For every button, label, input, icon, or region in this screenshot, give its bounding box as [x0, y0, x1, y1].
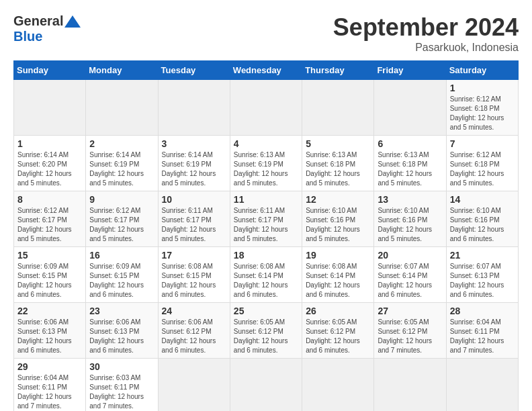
calendar-cell: 15Sunrise: 6:09 AMSunset: 6:15 PMDayligh…: [14, 247, 86, 303]
calendar-cell: [374, 359, 446, 412]
calendar-cell: 3Sunrise: 6:14 AMSunset: 6:19 PMDaylight…: [158, 136, 230, 191]
day-number: 22: [17, 306, 82, 316]
day-number: 14: [450, 194, 515, 205]
day-info: Sunrise: 6:06 AMSunset: 6:13 PMDaylight:…: [89, 318, 154, 355]
day-info: Sunrise: 6:04 AMSunset: 6:11 PMDaylight:…: [17, 373, 82, 411]
calendar-cell: [446, 359, 518, 412]
calendar-table: SundayMondayTuesdayWednesdayThursdayFrid…: [13, 60, 519, 411]
calendar-week-1: 1Sunrise: 6:14 AMSunset: 6:20 PMDaylight…: [14, 136, 519, 191]
day-number: 5: [306, 138, 370, 149]
header-tuesday: Tuesday: [158, 61, 230, 80]
day-number: 30: [89, 361, 154, 372]
month-title: September 2024: [333, 13, 519, 42]
calendar-cell: 12Sunrise: 6:10 AMSunset: 6:16 PMDayligh…: [302, 191, 374, 247]
svg-marker-0: [64, 15, 81, 28]
day-number: 7: [450, 138, 515, 149]
day-number: 2: [89, 138, 154, 149]
calendar-cell: 17Sunrise: 6:08 AMSunset: 6:15 PMDayligh…: [158, 247, 230, 303]
day-info: Sunrise: 6:13 AMSunset: 6:18 PMDaylight:…: [306, 150, 370, 188]
calendar-week-4: 22Sunrise: 6:06 AMSunset: 6:13 PMDayligh…: [14, 303, 519, 359]
logo-icon: [64, 15, 81, 28]
calendar-cell: 1Sunrise: 6:12 AMSunset: 6:18 PMDaylight…: [446, 80, 518, 136]
day-info: Sunrise: 6:12 AMSunset: 6:17 PMDaylight:…: [89, 206, 154, 244]
day-info: Sunrise: 6:04 AMSunset: 6:11 PMDaylight:…: [450, 318, 515, 355]
day-number: 27: [378, 306, 442, 316]
calendar-cell: 9Sunrise: 6:12 AMSunset: 6:17 PMDaylight…: [86, 191, 158, 247]
calendar-cell: [374, 80, 446, 136]
day-info: Sunrise: 6:03 AMSunset: 6:11 PMDaylight:…: [89, 373, 154, 411]
day-info: Sunrise: 6:07 AMSunset: 6:14 PMDaylight:…: [378, 262, 442, 300]
calendar-header-row: SundayMondayTuesdayWednesdayThursdayFrid…: [14, 61, 519, 80]
day-info: Sunrise: 6:12 AMSunset: 6:18 PMDaylight:…: [450, 95, 515, 132]
day-number: 18: [234, 250, 298, 261]
calendar-cell: 14Sunrise: 6:10 AMSunset: 6:16 PMDayligh…: [446, 191, 518, 247]
day-info: Sunrise: 6:11 AMSunset: 6:17 PMDaylight:…: [234, 206, 298, 244]
calendar-cell: 24Sunrise: 6:06 AMSunset: 6:12 PMDayligh…: [158, 303, 230, 359]
day-number: 15: [17, 250, 82, 261]
day-number: 8: [17, 194, 82, 205]
day-number: 13: [378, 194, 442, 205]
day-info: Sunrise: 6:12 AMSunset: 6:17 PMDaylight:…: [17, 206, 82, 244]
day-info: Sunrise: 6:10 AMSunset: 6:16 PMDaylight:…: [378, 206, 442, 244]
calendar-cell: 5Sunrise: 6:13 AMSunset: 6:18 PMDaylight…: [302, 136, 374, 191]
day-info: Sunrise: 6:13 AMSunset: 6:19 PMDaylight:…: [234, 150, 298, 188]
logo-general-text: General: [13, 13, 63, 29]
calendar-cell: [158, 80, 230, 136]
day-info: Sunrise: 6:07 AMSunset: 6:13 PMDaylight:…: [450, 262, 515, 300]
calendar-cell: [158, 359, 230, 412]
day-info: Sunrise: 6:08 AMSunset: 6:15 PMDaylight:…: [162, 262, 226, 300]
calendar-cell: 21Sunrise: 6:07 AMSunset: 6:13 PMDayligh…: [446, 247, 518, 303]
calendar-cell: 27Sunrise: 6:05 AMSunset: 6:12 PMDayligh…: [374, 303, 446, 359]
calendar-cell: 23Sunrise: 6:06 AMSunset: 6:13 PMDayligh…: [86, 303, 158, 359]
calendar-cell: 25Sunrise: 6:05 AMSunset: 6:12 PMDayligh…: [230, 303, 302, 359]
day-info: Sunrise: 6:05 AMSunset: 6:12 PMDaylight:…: [306, 318, 370, 355]
day-info: Sunrise: 6:12 AMSunset: 6:18 PMDaylight:…: [450, 150, 515, 188]
day-number: 9: [89, 194, 154, 205]
day-number: 10: [162, 194, 226, 205]
calendar-cell: 13Sunrise: 6:10 AMSunset: 6:16 PMDayligh…: [374, 191, 446, 247]
day-number: 12: [306, 194, 370, 205]
header-monday: Monday: [86, 61, 158, 80]
day-number: 26: [306, 306, 370, 316]
calendar-cell: 10Sunrise: 6:11 AMSunset: 6:17 PMDayligh…: [158, 191, 230, 247]
title-block: September 2024 Pasarkuok, Indonesia: [333, 13, 519, 54]
day-number: 28: [450, 306, 515, 316]
page-header: General Blue September 2024 Pasarkuok, I…: [13, 13, 519, 54]
day-number: 3: [162, 138, 226, 149]
location-text: Pasarkuok, Indonesia: [333, 42, 519, 54]
day-number: 6: [378, 138, 442, 149]
logo-blue-text: Blue: [13, 29, 42, 44]
day-number: 1: [450, 83, 515, 93]
day-number: 4: [234, 138, 298, 149]
day-info: Sunrise: 6:05 AMSunset: 6:12 PMDaylight:…: [234, 318, 298, 355]
calendar-cell: [230, 359, 302, 412]
calendar-week-5: 29Sunrise: 6:04 AMSunset: 6:11 PMDayligh…: [14, 359, 519, 412]
calendar-cell: 26Sunrise: 6:05 AMSunset: 6:12 PMDayligh…: [302, 303, 374, 359]
calendar-cell: 8Sunrise: 6:12 AMSunset: 6:17 PMDaylight…: [14, 191, 86, 247]
calendar-cell: 4Sunrise: 6:13 AMSunset: 6:19 PMDaylight…: [230, 136, 302, 191]
header-thursday: Thursday: [302, 61, 374, 80]
calendar-cell: 6Sunrise: 6:13 AMSunset: 6:18 PMDaylight…: [374, 136, 446, 191]
calendar-cell: [302, 359, 374, 412]
calendar-cell: 30Sunrise: 6:03 AMSunset: 6:11 PMDayligh…: [86, 359, 158, 412]
day-info: Sunrise: 6:10 AMSunset: 6:16 PMDaylight:…: [306, 206, 370, 244]
day-number: 24: [162, 306, 226, 316]
day-number: 16: [89, 250, 154, 261]
day-info: Sunrise: 6:10 AMSunset: 6:16 PMDaylight:…: [450, 206, 515, 244]
calendar-cell: [86, 80, 158, 136]
calendar-cell: [14, 80, 86, 136]
day-info: Sunrise: 6:08 AMSunset: 6:14 PMDaylight:…: [306, 262, 370, 300]
calendar-cell: 18Sunrise: 6:08 AMSunset: 6:14 PMDayligh…: [230, 247, 302, 303]
day-number: 17: [162, 250, 226, 261]
day-number: 11: [234, 194, 298, 205]
calendar-cell: 22Sunrise: 6:06 AMSunset: 6:13 PMDayligh…: [14, 303, 86, 359]
day-number: 25: [234, 306, 298, 316]
calendar-cell: 16Sunrise: 6:09 AMSunset: 6:15 PMDayligh…: [86, 247, 158, 303]
day-info: Sunrise: 6:09 AMSunset: 6:15 PMDaylight:…: [89, 262, 154, 300]
calendar-cell: 2Sunrise: 6:14 AMSunset: 6:19 PMDaylight…: [86, 136, 158, 191]
day-info: Sunrise: 6:08 AMSunset: 6:14 PMDaylight:…: [234, 262, 298, 300]
day-info: Sunrise: 6:06 AMSunset: 6:13 PMDaylight:…: [17, 318, 82, 355]
calendar-week-2: 8Sunrise: 6:12 AMSunset: 6:17 PMDaylight…: [14, 191, 519, 247]
header-friday: Friday: [374, 61, 446, 80]
calendar-week-3: 15Sunrise: 6:09 AMSunset: 6:15 PMDayligh…: [14, 247, 519, 303]
